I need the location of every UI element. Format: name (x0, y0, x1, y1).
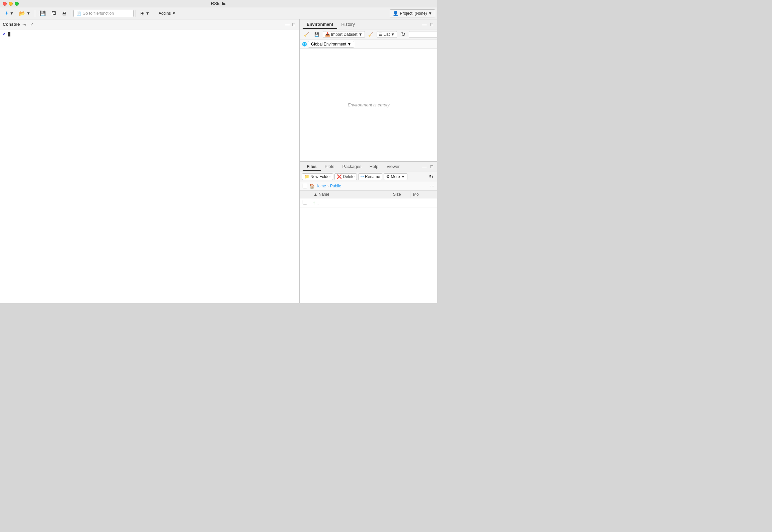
console-path: ~/ (22, 22, 26, 27)
files-table-header: ▲ Name Size Mo (300, 191, 437, 198)
env-tab-bar: Environment History — □ (300, 19, 437, 29)
project-button[interactable]: 👤 Project: (None) ▼ (390, 9, 435, 17)
new-icon: ✦ (4, 10, 9, 16)
breadcrumb-bar: 🏠 Home › Public ··· (300, 182, 437, 191)
row-checkbox-cell[interactable] (300, 198, 310, 207)
save-env-icon: 💾 (314, 32, 319, 37)
console-maximize-btn[interactable]: □ (292, 21, 296, 27)
breadcrumb-public[interactable]: Public (330, 184, 341, 188)
addins-dropdown: ▼ (172, 11, 176, 16)
global-env-label: Global Environment (311, 42, 346, 47)
import-icon: 📥 (325, 32, 330, 37)
row-dotdot-text: .. (316, 201, 319, 205)
env-refresh-btn[interactable]: ↻ (399, 30, 407, 38)
col-size-label: Size (393, 192, 401, 197)
goto-icon: 📄 (76, 11, 81, 16)
table-row[interactable]: ↑ .. (300, 198, 437, 207)
app-title: RStudio (211, 1, 226, 6)
new-button[interactable]: ✦ ▼ (2, 9, 16, 18)
files-toolbar: 📁 New Folder ❌ Delete ✏ Rename ⚙ More ▼ (300, 172, 437, 182)
rename-label: Rename (365, 174, 380, 179)
breadcrumb-more-btn[interactable]: ··· (430, 184, 435, 188)
open-button[interactable]: 📂 ▼ (17, 9, 33, 18)
clean-btn[interactable]: 🧹 (366, 31, 375, 37)
console-minimize-btn[interactable]: — (284, 21, 291, 27)
list-btn[interactable]: ☰ List ▼ (377, 31, 397, 38)
save-all-button[interactable]: 🖫 (49, 9, 59, 17)
env-toolbar: 🧹 💾 📥 Import Dataset ▼ 🧹 ☰ List ▼ (300, 29, 437, 39)
tab-packages[interactable]: Packages (338, 163, 366, 171)
save-all-icon: 🖫 (51, 10, 56, 16)
list-label: List (384, 32, 390, 37)
maximize-button[interactable] (15, 2, 19, 6)
files-refresh-icon: ↻ (429, 174, 433, 180)
row-size-cell (390, 198, 410, 207)
save-env-btn[interactable]: 💾 (312, 31, 321, 37)
col-checkbox (300, 191, 310, 198)
up-arrow-icon: ↑ (313, 200, 315, 205)
row-name-cell: ↑ .. (310, 198, 390, 207)
workspace-button[interactable]: ⊞ ▼ (138, 9, 152, 18)
env-empty-text: Environment is empty (348, 102, 390, 107)
tab-files[interactable]: Files (303, 163, 321, 171)
new-folder-btn[interactable]: 📁 New Folder (302, 173, 333, 180)
main-content: Console ~/ ↗ — □ > Environment History —… (0, 19, 437, 303)
files-tab-actions: — □ (421, 163, 435, 170)
console-panel: Console ~/ ↗ — □ > (0, 19, 300, 303)
goto-input-wrapper[interactable]: 📄 Go to file/function (73, 10, 134, 17)
traffic-lights (3, 2, 19, 6)
clean-icon: 🧹 (368, 32, 373, 37)
files-refresh-btn[interactable]: ↻ (427, 173, 435, 181)
global-env-dropdown: ▼ (347, 42, 351, 47)
console-cursor (8, 32, 10, 36)
import-dropdown: ▼ (359, 32, 363, 37)
main-toolbar: ✦ ▼ 📂 ▼ 💾 🖫 🖨 📄 Go to file/function ⊞ ▼ … (0, 7, 437, 19)
delete-btn[interactable]: ❌ Delete (334, 173, 357, 180)
print-button[interactable]: 🖨 (59, 9, 69, 17)
row-checkbox[interactable] (303, 200, 307, 204)
more-btn[interactable]: ⚙ More ▼ (384, 173, 407, 180)
more-icon: ⚙ (386, 174, 390, 179)
files-table-body: ↑ .. (300, 198, 437, 207)
tab-plots[interactable]: Plots (321, 163, 338, 171)
new-folder-label: New Folder (310, 174, 331, 179)
toolbar-sep-4 (154, 10, 154, 17)
close-button[interactable] (3, 2, 7, 6)
env-minimize-btn[interactable]: — (421, 21, 428, 28)
tab-help[interactable]: Help (366, 163, 383, 171)
files-table-container: ▲ Name Size Mo (300, 191, 437, 303)
files-minimize-btn[interactable]: — (421, 163, 428, 170)
global-env-btn[interactable]: Global Environment ▼ (308, 41, 354, 48)
env-maximize-btn[interactable]: □ (429, 21, 435, 28)
save-button[interactable]: 💾 (37, 9, 48, 18)
console-area[interactable]: > (0, 29, 299, 303)
console-panel-controls: — □ (284, 21, 296, 27)
col-modified[interactable]: Mo (410, 191, 437, 198)
env-search-input[interactable] (409, 31, 437, 38)
tab-viewer[interactable]: Viewer (382, 163, 404, 171)
col-name[interactable]: ▲ Name (310, 191, 390, 198)
tab-environment[interactable]: Environment (303, 20, 337, 29)
list-icon: ☰ (379, 32, 383, 37)
new-folder-icon: 📁 (304, 174, 309, 179)
project-icon: 👤 (393, 11, 398, 16)
breadcrumb-home[interactable]: Home (315, 184, 326, 188)
col-size[interactable]: Size (390, 191, 410, 198)
files-tab-bar: Files Plots Packages Help Viewer — □ (300, 162, 437, 172)
workspace-icon: ⊞ (140, 10, 145, 16)
minimize-button[interactable] (9, 2, 13, 6)
tab-history[interactable]: History (337, 20, 359, 29)
toolbar-sep-2 (71, 10, 71, 17)
files-maximize-btn[interactable]: □ (429, 163, 435, 170)
breadcrumb-sep-1: › (327, 184, 329, 188)
select-all-checkbox[interactable] (303, 184, 307, 188)
home-icon: 🏠 (309, 184, 315, 189)
console-navigate-btn[interactable]: ↗ (29, 21, 35, 27)
addins-button[interactable]: Addins ▼ (156, 10, 178, 17)
broom-btn[interactable]: 🧹 (302, 31, 311, 37)
print-icon: 🖨 (62, 10, 67, 16)
toolbar-sep-1 (35, 10, 35, 17)
rename-btn[interactable]: ✏ Rename (358, 173, 382, 180)
import-dataset-btn[interactable]: 📥 Import Dataset ▼ (323, 31, 365, 38)
global-env-bar: 🌐 Global Environment ▼ (300, 39, 437, 49)
